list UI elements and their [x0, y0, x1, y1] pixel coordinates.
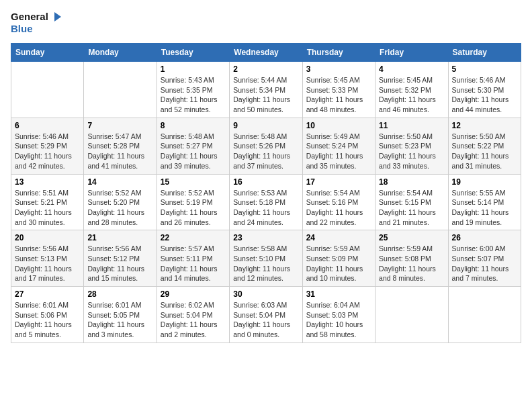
day-number: 26: [452, 233, 517, 242]
day-info: Sunrise: 5:59 AMSunset: 5:09 PMDaylight:…: [306, 244, 371, 283]
day-info: Sunrise: 5:53 AMSunset: 5:18 PMDaylight:…: [233, 188, 298, 228]
day-number: 31: [306, 289, 371, 299]
calendar-cell: 23Sunrise: 5:58 AMSunset: 5:10 PMDayligh…: [230, 230, 302, 287]
day-number: 6: [15, 121, 80, 130]
calendar-cell: 10Sunrise: 5:49 AMSunset: 5:24 PMDayligh…: [302, 118, 375, 174]
calendar-cell: 28Sunrise: 6:01 AMSunset: 5:05 PMDayligh…: [84, 287, 157, 343]
calendar-week-row: 27Sunrise: 6:01 AMSunset: 5:06 PMDayligh…: [11, 287, 521, 343]
day-info: Sunrise: 5:44 AMSunset: 5:34 PMDaylight:…: [233, 75, 298, 115]
calendar-cell: 4Sunrise: 5:45 AMSunset: 5:32 PMDaylight…: [375, 62, 448, 118]
day-info: Sunrise: 5:46 AMSunset: 5:30 PMDaylight:…: [452, 75, 517, 115]
calendar-cell: 1Sunrise: 5:43 AMSunset: 5:35 PMDaylight…: [157, 62, 229, 118]
calendar-cell: 22Sunrise: 5:57 AMSunset: 5:11 PMDayligh…: [157, 230, 229, 287]
day-number: 4: [379, 64, 444, 74]
weekday-header-saturday: Saturday: [448, 44, 521, 62]
day-number: 14: [87, 177, 152, 187]
day-number: 8: [161, 121, 226, 130]
day-number: 17: [306, 177, 371, 187]
calendar-table: SundayMondayTuesdayWednesdayThursdayFrid…: [11, 43, 521, 343]
day-info: Sunrise: 6:01 AMSunset: 5:05 PMDaylight:…: [87, 300, 152, 340]
calendar-cell: 14Sunrise: 5:52 AMSunset: 5:20 PMDayligh…: [84, 174, 157, 230]
day-number: 7: [87, 121, 152, 130]
day-info: Sunrise: 5:48 AMSunset: 5:26 PMDaylight:…: [233, 132, 298, 171]
day-number: 24: [306, 233, 371, 242]
weekday-header-row: SundayMondayTuesdayWednesdayThursdayFrid…: [11, 44, 521, 62]
day-info: Sunrise: 5:46 AMSunset: 5:29 PMDaylight:…: [15, 132, 80, 171]
day-info: Sunrise: 6:02 AMSunset: 5:04 PMDaylight:…: [161, 300, 226, 340]
day-info: Sunrise: 5:55 AMSunset: 5:14 PMDaylight:…: [452, 188, 517, 228]
day-number: 13: [15, 177, 80, 187]
day-info: Sunrise: 5:58 AMSunset: 5:10 PMDaylight:…: [233, 244, 298, 283]
day-info: Sunrise: 5:52 AMSunset: 5:20 PMDaylight:…: [87, 188, 152, 228]
calendar-cell: [375, 287, 448, 343]
calendar-cell: 24Sunrise: 5:59 AMSunset: 5:09 PMDayligh…: [302, 230, 375, 287]
calendar-cell: 26Sunrise: 6:00 AMSunset: 5:07 PMDayligh…: [448, 230, 521, 287]
day-number: 30: [233, 289, 298, 299]
day-number: 28: [87, 289, 152, 299]
day-number: 29: [161, 289, 226, 299]
day-number: 2: [233, 64, 298, 74]
calendar-cell: 27Sunrise: 6:01 AMSunset: 5:06 PMDayligh…: [11, 287, 84, 343]
calendar-cell: 5Sunrise: 5:46 AMSunset: 5:30 PMDaylight…: [448, 62, 521, 118]
calendar-cell: 21Sunrise: 5:56 AMSunset: 5:12 PMDayligh…: [84, 230, 157, 287]
day-number: 20: [15, 233, 80, 242]
day-number: 3: [306, 64, 371, 74]
day-number: 27: [15, 289, 80, 299]
weekday-header-tuesday: Tuesday: [157, 44, 229, 62]
calendar-cell: 30Sunrise: 6:03 AMSunset: 5:04 PMDayligh…: [230, 287, 302, 343]
calendar-cell: 31Sunrise: 6:04 AMSunset: 5:03 PMDayligh…: [302, 287, 375, 343]
weekday-header-sunday: Sunday: [11, 44, 84, 62]
day-number: 11: [379, 121, 444, 130]
day-info: Sunrise: 5:48 AMSunset: 5:27 PMDaylight:…: [161, 132, 226, 171]
calendar-week-row: 13Sunrise: 5:51 AMSunset: 5:21 PMDayligh…: [11, 174, 521, 230]
calendar-cell: 7Sunrise: 5:47 AMSunset: 5:28 PMDaylight…: [84, 118, 157, 174]
day-info: Sunrise: 6:00 AMSunset: 5:07 PMDaylight:…: [452, 244, 517, 283]
calendar-week-row: 20Sunrise: 5:56 AMSunset: 5:13 PMDayligh…: [11, 230, 521, 287]
day-number: 16: [233, 177, 298, 187]
day-info: Sunrise: 5:56 AMSunset: 5:13 PMDaylight:…: [15, 244, 80, 283]
calendar-cell: 13Sunrise: 5:51 AMSunset: 5:21 PMDayligh…: [11, 174, 84, 230]
day-number: 1: [161, 64, 226, 74]
calendar-cell: 20Sunrise: 5:56 AMSunset: 5:13 PMDayligh…: [11, 230, 84, 287]
day-info: Sunrise: 5:45 AMSunset: 5:32 PMDaylight:…: [379, 75, 444, 115]
day-number: 9: [233, 121, 298, 130]
day-info: Sunrise: 5:50 AMSunset: 5:23 PMDaylight:…: [379, 132, 444, 171]
day-info: Sunrise: 5:59 AMSunset: 5:08 PMDaylight:…: [379, 244, 444, 283]
day-info: Sunrise: 5:54 AMSunset: 5:15 PMDaylight:…: [379, 188, 444, 228]
day-info: Sunrise: 6:03 AMSunset: 5:04 PMDaylight:…: [233, 300, 298, 340]
logo-triangle-icon: [50, 11, 62, 23]
day-number: 5: [452, 64, 517, 74]
calendar-cell: 16Sunrise: 5:53 AMSunset: 5:18 PMDayligh…: [230, 174, 302, 230]
day-info: Sunrise: 5:47 AMSunset: 5:28 PMDaylight:…: [87, 132, 152, 171]
svg-marker-0: [54, 12, 61, 21]
day-number: 10: [306, 121, 371, 130]
day-number: 15: [161, 177, 226, 187]
weekday-header-wednesday: Wednesday: [230, 44, 302, 62]
day-info: Sunrise: 5:50 AMSunset: 5:22 PMDaylight:…: [452, 132, 517, 171]
calendar-cell: 2Sunrise: 5:44 AMSunset: 5:34 PMDaylight…: [230, 62, 302, 118]
calendar-cell: 17Sunrise: 5:54 AMSunset: 5:16 PMDayligh…: [302, 174, 375, 230]
page-header: General Blue: [11, 11, 521, 35]
day-number: 18: [379, 177, 444, 187]
calendar-cell: 3Sunrise: 5:45 AMSunset: 5:33 PMDaylight…: [302, 62, 375, 118]
calendar-cell: 12Sunrise: 5:50 AMSunset: 5:22 PMDayligh…: [448, 118, 521, 174]
calendar-cell: [11, 62, 84, 118]
day-info: Sunrise: 5:54 AMSunset: 5:16 PMDaylight:…: [306, 188, 371, 228]
calendar-cell: [84, 62, 157, 118]
calendar-cell: 15Sunrise: 5:52 AMSunset: 5:19 PMDayligh…: [157, 174, 229, 230]
calendar-cell: 8Sunrise: 5:48 AMSunset: 5:27 PMDaylight…: [157, 118, 229, 174]
calendar-cell: 25Sunrise: 5:59 AMSunset: 5:08 PMDayligh…: [375, 230, 448, 287]
day-info: Sunrise: 5:45 AMSunset: 5:33 PMDaylight:…: [306, 75, 371, 115]
day-info: Sunrise: 6:01 AMSunset: 5:06 PMDaylight:…: [15, 300, 80, 340]
weekday-header-monday: Monday: [84, 44, 157, 62]
calendar-cell: 9Sunrise: 5:48 AMSunset: 5:26 PMDaylight…: [230, 118, 302, 174]
calendar-cell: 19Sunrise: 5:55 AMSunset: 5:14 PMDayligh…: [448, 174, 521, 230]
weekday-header-thursday: Thursday: [302, 44, 375, 62]
day-info: Sunrise: 5:51 AMSunset: 5:21 PMDaylight:…: [15, 188, 80, 228]
calendar-week-row: 6Sunrise: 5:46 AMSunset: 5:29 PMDaylight…: [11, 118, 521, 174]
day-info: Sunrise: 5:57 AMSunset: 5:11 PMDaylight:…: [161, 244, 226, 283]
day-info: Sunrise: 5:43 AMSunset: 5:35 PMDaylight:…: [161, 75, 226, 115]
day-number: 19: [452, 177, 517, 187]
calendar-cell: 29Sunrise: 6:02 AMSunset: 5:04 PMDayligh…: [157, 287, 229, 343]
day-info: Sunrise: 6:04 AMSunset: 5:03 PMDaylight:…: [306, 300, 371, 340]
